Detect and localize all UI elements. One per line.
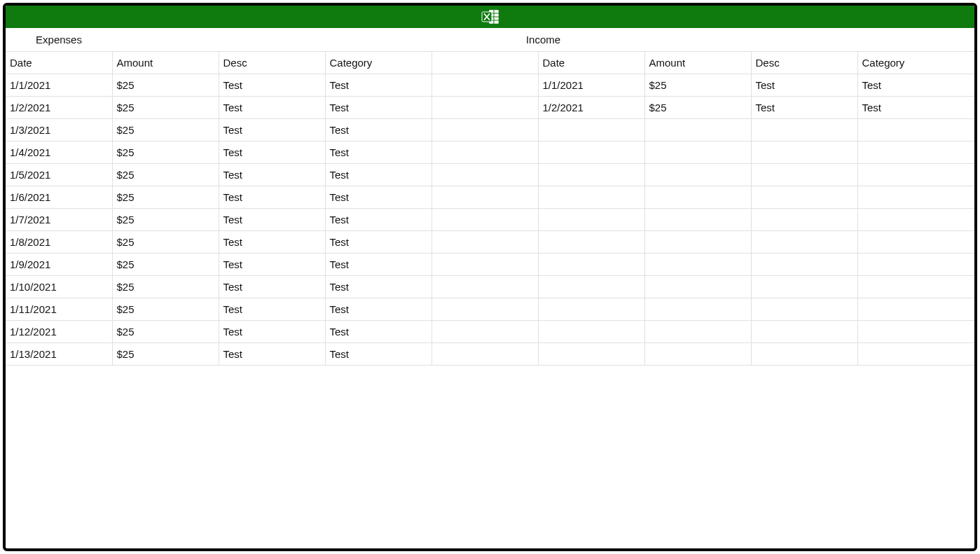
cell-expenses-date[interactable]: 1/5/2021 — [6, 164, 112, 186]
cell-expenses-amount[interactable]: $25 — [112, 74, 219, 97]
cell-expenses-amount[interactable]: $25 — [112, 164, 219, 186]
cell-expenses-desc[interactable]: Test — [219, 254, 325, 276]
cell-expenses-desc[interactable]: Test — [219, 119, 325, 141]
cell-gap[interactable] — [432, 209, 538, 231]
cell-income-cat[interactable]: Test — [857, 74, 974, 97]
spreadsheet-grid[interactable]: Date Amount Desc Category Date Amount De… — [6, 52, 974, 548]
cell-gap[interactable] — [432, 141, 538, 164]
cell-income-amount[interactable] — [644, 321, 751, 343]
cell-income-date[interactable] — [538, 209, 644, 231]
cell-income-desc[interactable] — [751, 119, 857, 141]
cell-expenses-cat[interactable]: Test — [325, 74, 432, 97]
cell-income-desc[interactable] — [751, 254, 857, 276]
cell-expenses-desc[interactable]: Test — [219, 231, 325, 254]
cell-income-date[interactable] — [538, 141, 644, 164]
header-income-category[interactable]: Category — [857, 52, 974, 74]
cell-income-desc[interactable] — [751, 209, 857, 231]
cell-income-cat[interactable] — [857, 298, 974, 321]
cell-income-desc[interactable] — [751, 231, 857, 254]
cell-income-date[interactable] — [538, 254, 644, 276]
cell-expenses-cat[interactable]: Test — [325, 254, 432, 276]
cell-expenses-desc[interactable]: Test — [219, 276, 325, 298]
cell-gap[interactable] — [432, 321, 538, 343]
cell-expenses-desc[interactable]: Test — [219, 164, 325, 186]
cell-income-cat[interactable] — [857, 164, 974, 186]
cell-income-date[interactable] — [538, 298, 644, 321]
cell-expenses-date[interactable]: 1/4/2021 — [6, 141, 112, 164]
cell-income-amount[interactable]: $25 — [644, 97, 751, 119]
cell-expenses-date[interactable]: 1/6/2021 — [6, 186, 112, 209]
cell-gap[interactable] — [432, 231, 538, 254]
cell-expenses-amount[interactable]: $25 — [112, 343, 219, 366]
cell-expenses-date[interactable]: 1/12/2021 — [6, 321, 112, 343]
cell-income-cat[interactable] — [857, 186, 974, 209]
cell-income-amount[interactable] — [644, 276, 751, 298]
cell-income-desc[interactable] — [751, 141, 857, 164]
cell-expenses-cat[interactable]: Test — [325, 343, 432, 366]
cell-income-date[interactable]: 1/1/2021 — [538, 74, 644, 97]
cell-income-amount[interactable] — [644, 141, 751, 164]
cell-income-date[interactable] — [538, 343, 644, 366]
cell-expenses-amount[interactable]: $25 — [112, 298, 219, 321]
cell-income-desc[interactable]: Test — [751, 97, 857, 119]
cell-income-cat[interactable] — [857, 209, 974, 231]
cell-expenses-date[interactable]: 1/3/2021 — [6, 119, 112, 141]
cell-gap[interactable] — [432, 298, 538, 321]
cell-expenses-desc[interactable]: Test — [219, 209, 325, 231]
cell-expenses-amount[interactable]: $25 — [112, 141, 219, 164]
cell-expenses-amount[interactable]: $25 — [112, 231, 219, 254]
cell-income-cat[interactable] — [857, 343, 974, 366]
cell-income-desc[interactable] — [751, 298, 857, 321]
cell-income-cat[interactable] — [857, 276, 974, 298]
cell-income-desc[interactable] — [751, 321, 857, 343]
cell-income-amount[interactable] — [644, 231, 751, 254]
cell-income-date[interactable] — [538, 186, 644, 209]
cell-income-cat[interactable] — [857, 231, 974, 254]
cell-income-amount[interactable] — [644, 119, 751, 141]
cell-gap[interactable] — [432, 186, 538, 209]
cell-expenses-date[interactable]: 1/10/2021 — [6, 276, 112, 298]
cell-expenses-cat[interactable]: Test — [325, 276, 432, 298]
cell-expenses-date[interactable]: 1/11/2021 — [6, 298, 112, 321]
cell-gap[interactable] — [432, 343, 538, 366]
cell-income-amount[interactable] — [644, 186, 751, 209]
header-income-amount[interactable]: Amount — [644, 52, 751, 74]
cell-expenses-date[interactable]: 1/9/2021 — [6, 254, 112, 276]
header-income-desc[interactable]: Desc — [751, 52, 857, 74]
cell-expenses-cat[interactable]: Test — [325, 298, 432, 321]
cell-income-cat[interactable]: Test — [857, 97, 974, 119]
cell-expenses-cat[interactable]: Test — [325, 164, 432, 186]
cell-expenses-amount[interactable]: $25 — [112, 321, 219, 343]
cell-gap[interactable] — [432, 74, 538, 97]
cell-income-date[interactable] — [538, 276, 644, 298]
cell-income-amount[interactable] — [644, 164, 751, 186]
cell-gap[interactable] — [432, 276, 538, 298]
cell-expenses-desc[interactable]: Test — [219, 141, 325, 164]
cell-expenses-desc[interactable]: Test — [219, 97, 325, 119]
header-expenses-category[interactable]: Category — [325, 52, 432, 74]
cell-income-desc[interactable]: Test — [751, 74, 857, 97]
cell-expenses-date[interactable]: 1/2/2021 — [6, 97, 112, 119]
cell-income-desc[interactable] — [751, 164, 857, 186]
cell-income-cat[interactable] — [857, 141, 974, 164]
cell-expenses-date[interactable]: 1/13/2021 — [6, 343, 112, 366]
cell-gap[interactable] — [432, 119, 538, 141]
cell-expenses-desc[interactable]: Test — [219, 343, 325, 366]
cell-expenses-amount[interactable]: $25 — [112, 209, 219, 231]
cell-expenses-date[interactable]: 1/7/2021 — [6, 209, 112, 231]
cell-expenses-cat[interactable]: Test — [325, 231, 432, 254]
cell-income-amount[interactable] — [644, 343, 751, 366]
cell-expenses-amount[interactable]: $25 — [112, 186, 219, 209]
cell-income-date[interactable] — [538, 164, 644, 186]
cell-income-amount[interactable]: $25 — [644, 74, 751, 97]
cell-income-cat[interactable] — [857, 254, 974, 276]
cell-expenses-amount[interactable]: $25 — [112, 254, 219, 276]
cell-expenses-cat[interactable]: Test — [325, 321, 432, 343]
cell-expenses-desc[interactable]: Test — [219, 186, 325, 209]
header-income-date[interactable]: Date — [538, 52, 644, 74]
cell-income-date[interactable] — [538, 321, 644, 343]
cell-expenses-cat[interactable]: Test — [325, 209, 432, 231]
cell-income-amount[interactable] — [644, 254, 751, 276]
cell-income-amount[interactable] — [644, 298, 751, 321]
cell-expenses-date[interactable]: 1/8/2021 — [6, 231, 112, 254]
